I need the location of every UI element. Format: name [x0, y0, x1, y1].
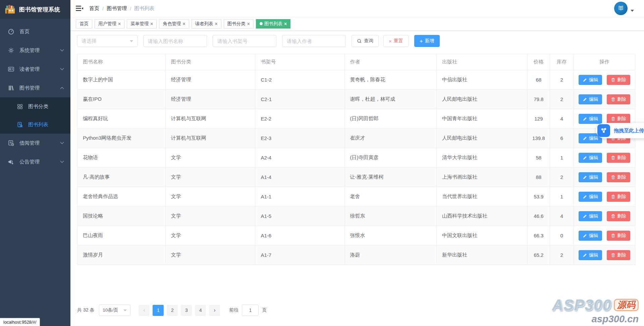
tab-reader-list[interactable]: 读者列表×	[192, 19, 221, 29]
delete-button[interactable]: 删除	[607, 75, 630, 85]
cell-book-name: Python3网络爬虫开发	[77, 129, 166, 148]
edit-button[interactable]: 编辑	[579, 231, 602, 241]
app-logo[interactable]: 图书馆管理系统	[0, 0, 70, 19]
chevron-up-icon	[60, 86, 64, 90]
filter-bar: 请选择 查询 × 重置 + 新增	[77, 35, 635, 47]
sidebar-item-books[interactable]: 图书管理	[0, 79, 70, 97]
close-icon[interactable]: ×	[215, 21, 218, 26]
tab-role-management[interactable]: 角色管理×	[159, 19, 189, 29]
cell-book-name: 数字上的中国	[77, 70, 166, 90]
edit-button[interactable]: 编辑	[579, 192, 602, 202]
tab-menu-management[interactable]: 菜单管理×	[127, 19, 157, 29]
close-icon[interactable]: ×	[182, 21, 185, 26]
category-select-placeholder: 请选择	[82, 38, 97, 44]
cell-category: 文学	[165, 148, 255, 168]
cell-category: 经济管理	[165, 90, 255, 109]
page-size-select[interactable]: 10条/页	[99, 305, 130, 316]
close-icon[interactable]: ×	[247, 21, 250, 26]
tab-user-management[interactable]: 用户管理×	[95, 19, 124, 29]
cell-category: 文学	[165, 245, 255, 265]
announcement-icon	[7, 158, 15, 166]
goto-label: 前往	[229, 307, 238, 313]
delete-button[interactable]: 删除	[607, 211, 630, 221]
sidebar-item-borrow[interactable]: 借阅管理	[0, 134, 70, 152]
add-button[interactable]: + 新增	[414, 35, 440, 47]
breadcrumb-home[interactable]: 首页	[89, 5, 99, 12]
cell-price: 88	[528, 168, 550, 187]
tab-label: 读者列表	[195, 21, 213, 27]
close-icon[interactable]: ×	[118, 21, 121, 26]
sidebar-item-book-list[interactable]: 图书列表	[0, 115, 70, 134]
edit-button-label: 编辑	[589, 116, 598, 122]
hamburger-icon[interactable]	[76, 5, 83, 11]
sidebar-item-book-category[interactable]: 图书分类	[0, 97, 70, 115]
book-name-input[interactable]	[143, 35, 207, 47]
edit-button[interactable]: 编辑	[579, 94, 602, 104]
category-select[interactable]: 请选择	[77, 35, 138, 47]
cell-price: 139.8	[528, 129, 550, 148]
edit-button[interactable]: 编辑	[579, 172, 602, 182]
breadcrumb-book-management[interactable]: 图书管理	[107, 5, 127, 12]
edit-button-label: 编辑	[589, 155, 598, 161]
sidebar-item-home[interactable]: 首页	[0, 22, 70, 41]
delete-button[interactable]: 删除	[607, 192, 630, 202]
delete-button[interactable]: 删除	[607, 94, 630, 104]
upload-drop-hint[interactable]: 拖拽至此上传	[596, 123, 644, 138]
tab-book-list[interactable]: 图书列表×	[256, 19, 290, 29]
edit-button-label: 编辑	[589, 135, 598, 141]
sidebar-item-label: 公告管理	[19, 159, 60, 165]
cell-shelf: A1-7	[255, 245, 344, 265]
cell-shelf: C2-1	[255, 90, 344, 109]
col-price: 价格	[528, 54, 550, 70]
delete-button[interactable]: 删除	[607, 172, 630, 182]
cell-book-name: 激情岁月	[77, 245, 166, 265]
delete-button[interactable]: 删除	[607, 250, 630, 260]
edit-button[interactable]: 编辑	[579, 75, 602, 85]
avatar[interactable]	[614, 2, 628, 15]
close-icon[interactable]: ×	[150, 21, 153, 26]
edit-button[interactable]: 编辑	[579, 250, 602, 260]
edit-button-label: 编辑	[589, 77, 598, 83]
next-page-button[interactable]: ›	[209, 305, 220, 316]
prev-page-button[interactable]: ‹	[139, 305, 150, 316]
delete-button-label: 删除	[617, 213, 626, 219]
cell-category: 计算机与互联网	[165, 109, 255, 129]
edit-button[interactable]: 编辑	[579, 153, 602, 163]
delete-button-label: 删除	[617, 96, 626, 102]
page-button-4[interactable]: 4	[195, 305, 206, 316]
sidebar-item-system[interactable]: 系统管理	[0, 41, 70, 60]
page-button-2[interactable]: 2	[167, 305, 178, 316]
page-button-1[interactable]: 1	[153, 305, 164, 316]
sidebar-item-readers[interactable]: 读者管理	[0, 60, 70, 79]
tab-label: 首页	[79, 21, 89, 27]
tab-home[interactable]: 首页	[76, 19, 92, 29]
sidebar-item-label: 系统管理	[19, 47, 60, 54]
app-title: 图书馆管理系统	[19, 6, 60, 13]
close-icon[interactable]: ×	[284, 21, 287, 26]
plus-icon: +	[420, 38, 423, 44]
cell-price: 53.9	[528, 187, 550, 206]
edit-icon	[583, 194, 587, 199]
delete-button[interactable]: 删除	[607, 153, 630, 163]
shelf-number-input[interactable]	[213, 35, 276, 47]
avatar-caret-icon[interactable]	[631, 10, 634, 12]
cell-shelf: C1-2	[255, 70, 344, 90]
chevron-down-icon	[130, 40, 133, 42]
trash-icon	[611, 214, 615, 219]
sidebar-item-label: 首页	[19, 29, 64, 35]
tab-book-category[interactable]: 图书分类×	[224, 19, 254, 29]
table-row: 国技论略 文学 A1-5 徐哲东 山西科学技术出版社 46.6 4 编辑 删除	[77, 206, 635, 226]
goto-page-input[interactable]	[242, 305, 259, 316]
delete-button[interactable]: 删除	[607, 231, 630, 241]
author-input[interactable]	[282, 35, 346, 47]
reset-button[interactable]: × 重置	[383, 35, 409, 47]
edit-button[interactable]: 编辑	[579, 211, 602, 221]
sidebar-item-announcements[interactable]: 公告管理	[0, 152, 70, 171]
delete-button[interactable]: 删除	[607, 114, 630, 124]
page-button-3[interactable]: 3	[181, 305, 192, 316]
cell-author: 谢晖，杜超，林可成	[344, 90, 436, 109]
search-button[interactable]: 查询	[352, 35, 379, 47]
edit-button[interactable]: 编辑	[579, 114, 602, 124]
cell-publisher: 当代世界出版社	[436, 187, 527, 206]
active-dot	[260, 22, 263, 25]
